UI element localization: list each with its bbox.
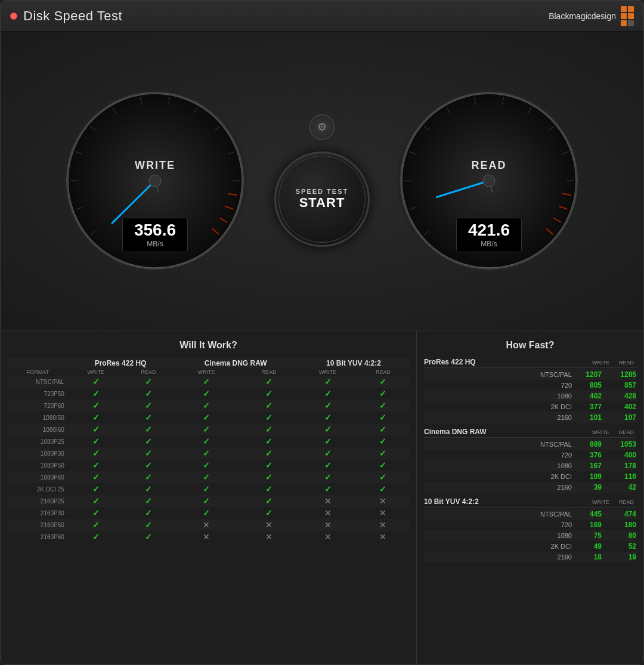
check-mark: ✓: [324, 389, 332, 398]
title-bar-left: Disk Speed Test: [10, 8, 122, 24]
table-row: 1080i50✓✓✓✓✓✓: [8, 412, 409, 423]
fast-section: ProRes 422 HQWRITEREADNTSC/PAL1207128572…: [424, 358, 636, 423]
fast-read-value: 180: [606, 521, 636, 529]
cross-mark: ✕: [324, 496, 332, 506]
check-mark: ✓: [145, 377, 152, 386]
check-mark: ✓: [379, 425, 386, 434]
fast-write-value: 402: [577, 392, 606, 400]
check-mark: ✓: [145, 413, 152, 422]
fast-codec-title: 10 Bit YUV 4:2:2: [424, 497, 479, 506]
check-mark: ✓: [265, 389, 273, 398]
fast-data-row: 720805857: [424, 380, 636, 391]
fast-read-value: 178: [606, 462, 636, 470]
fast-format-label: NTSC/PAL: [424, 441, 577, 448]
fast-data-row: NTSC/PAL9891053: [424, 439, 636, 450]
check-mark: ✓: [203, 401, 210, 410]
check-mark: ✓: [324, 425, 332, 434]
check-mark: ✓: [92, 425, 100, 434]
read-gauge-svg: READ 421.6 MB/s: [394, 85, 584, 276]
check-mark: ✓: [379, 377, 386, 386]
format-label: 1080i50: [8, 412, 68, 423]
check-mark: ✓: [145, 437, 152, 446]
fast-format-label: 2K DCI: [424, 473, 577, 480]
cross-mark: ✕: [265, 520, 273, 530]
cross-mark: ✕: [203, 532, 210, 542]
check-mark: ✓: [92, 437, 100, 446]
fast-write-value: 39: [577, 483, 606, 491]
check-mark: ✓: [92, 460, 100, 470]
cross-mark: ✕: [324, 520, 332, 530]
check-mark: ✓: [203, 413, 210, 422]
check-mark: ✓: [145, 460, 152, 470]
check-mark: ✓: [265, 472, 273, 482]
fast-write-value: 49: [577, 542, 606, 550]
fast-read-value: 42: [606, 483, 636, 491]
table-row: 2160p30✓✓✓✓✕✕: [8, 507, 409, 519]
format-label: 720p60: [8, 400, 68, 412]
start-button[interactable]: SPEED TEST START: [274, 151, 370, 247]
fast-read-value: 400: [606, 451, 636, 459]
fast-write-header: WRITE: [590, 499, 612, 506]
fast-format-label: 720: [424, 382, 577, 389]
check-mark: ✓: [379, 389, 386, 398]
fast-format-label: 2K DCI: [424, 403, 577, 410]
check-mark: ✓: [324, 437, 332, 446]
fast-write-header: WRITE: [590, 429, 612, 436]
fast-data-row: 10807580: [424, 530, 636, 541]
check-mark: ✓: [145, 496, 152, 506]
fast-format-label: NTSC/PAL: [424, 511, 577, 518]
fast-write-value: 989: [577, 440, 606, 449]
fast-data-row: NTSC/PAL445474: [424, 509, 636, 519]
format-label: 2160p60: [8, 531, 68, 543]
format-label: 1080p60: [8, 471, 68, 483]
check-mark: ✓: [92, 484, 100, 494]
check-mark: ✓: [145, 425, 152, 434]
check-mark: ✓: [265, 437, 273, 446]
fast-codec-title: Cinema DNG RAW: [424, 428, 487, 436]
fast-format-label: 720: [424, 451, 577, 459]
fast-read-header: READ: [617, 429, 636, 436]
fast-write-value: 377: [577, 403, 606, 411]
fast-codec-title: ProRes 422 HQ: [424, 358, 476, 366]
check-mark: ✓: [265, 484, 273, 494]
check-mark: ✓: [203, 460, 210, 470]
table-row: 2160p25✓✓✓✓✕✕: [8, 495, 409, 507]
fast-data-row: 1080167178: [424, 460, 636, 471]
cross-mark: ✕: [379, 496, 386, 506]
check-mark: ✓: [145, 389, 152, 398]
check-mark: ✓: [203, 437, 210, 446]
fast-read-value: 474: [606, 510, 636, 518]
fast-format-label: 2160: [424, 484, 577, 491]
check-mark: ✓: [265, 449, 273, 458]
check-mark: ✓: [324, 460, 332, 470]
codec-header-cinema: Cinema DNG RAW: [173, 358, 298, 369]
fast-data-row: 21601819: [424, 552, 636, 562]
fast-read-header: READ: [617, 359, 636, 366]
fast-read-value: 80: [606, 531, 636, 540]
table-row: 1080i60✓✓✓✓✓✓: [8, 423, 409, 435]
settings-button[interactable]: ⚙: [309, 115, 335, 140]
fast-write-value: 101: [577, 413, 606, 422]
write-unit: MB/s: [132, 240, 178, 248]
check-mark: ✓: [203, 377, 210, 386]
check-mark: ✓: [145, 484, 152, 494]
fast-format-label: 1080: [424, 392, 577, 400]
center-controls: ⚙ SPEED TEST START: [274, 115, 370, 247]
format-label: 2160p50: [8, 519, 68, 531]
fast-data-row: NTSC/PAL12071285: [424, 369, 636, 380]
format-label: NTSC/PAL: [8, 376, 68, 388]
table-row: 2160p60✓✓✕✕✕✕: [8, 531, 409, 543]
close-button[interactable]: [10, 13, 17, 20]
fast-write-value: 109: [577, 472, 606, 481]
work-table: ProRes 422 HQ Cinema DNG RAW 10 Bit YUV …: [8, 358, 409, 543]
cross-mark: ✕: [379, 508, 386, 518]
check-mark: ✓: [145, 520, 152, 530]
write-gauge: WRITE 356.6 MB/s: [60, 85, 250, 276]
fast-data-row: 1080402428: [424, 391, 636, 401]
codec-header-prores: ProRes 422 HQ: [68, 358, 173, 369]
read-gauge: READ 421.6 MB/s: [394, 85, 584, 276]
fast-read-value: 402: [606, 403, 636, 411]
check-mark: ✓: [203, 389, 210, 398]
fast-read-value: 116: [606, 472, 636, 481]
will-it-work-panel: Will It Work? ProRes 422 HQ Cinema DNG R…: [1, 330, 417, 664]
